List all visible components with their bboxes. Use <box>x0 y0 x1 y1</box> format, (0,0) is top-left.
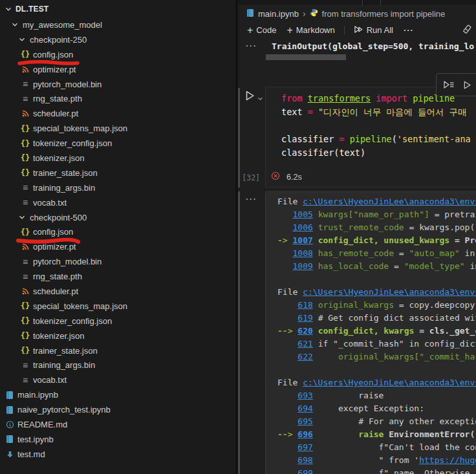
tree-file-row[interactable]: main.ipynb <box>0 387 235 402</box>
tree-file-row[interactable]: test.ipynb <box>0 432 235 447</box>
traceback-line-number[interactable]: 694 <box>298 404 312 413</box>
run-options-chevron-icon[interactable] <box>257 93 264 105</box>
traceback-line: 698 " from 'https://hugg <box>277 454 476 467</box>
tree-folder-row[interactable]: checkpoint-500 <box>0 210 235 225</box>
output-focus-bar[interactable] <box>238 191 240 474</box>
add-markdown-cell-button[interactable]: + Markdown <box>283 23 338 37</box>
cell-focus-bar[interactable] <box>238 88 240 188</box>
toolbar-more-button[interactable]: ··· <box>400 23 418 37</box>
tree-file-row[interactable]: {}special_tokens_map.json <box>0 121 235 136</box>
tree-item-label: tokenizer_config.json <box>33 138 112 148</box>
tree-item-label: special_tokens_map.json <box>33 124 127 133</box>
url-link[interactable]: https://hugg <box>419 455 476 465</box>
tree-file-row[interactable]: scheduler.pt <box>0 284 235 299</box>
tree-file-row[interactable]: ≡vocab.txt <box>0 372 235 387</box>
traceback-line: 1008 has_remote_code = "auto_map" in <box>277 247 476 260</box>
notebook-icon <box>4 435 16 444</box>
chevron-down-icon <box>9 20 21 29</box>
traceback-line-number[interactable]: 622 <box>298 352 312 361</box>
tree-item-label: rng_state.pth <box>33 272 82 281</box>
json-icon: {} <box>19 124 31 133</box>
traceback-line-number[interactable]: 1008 <box>292 248 312 258</box>
traceback-file-line: File c:\Users\HyeonJinLee\anaconda3\envs <box>277 376 476 389</box>
run-cell-button[interactable] <box>244 90 255 104</box>
tree-file-row[interactable]: ≡pytorch_model.bin <box>0 254 235 269</box>
tree-file-row[interactable]: optimizer.pt <box>0 62 235 77</box>
tree-file-row[interactable]: {}trainer_state.json <box>0 166 235 180</box>
tree-item-label: tokenizer.json <box>33 153 85 163</box>
traceback-line-number[interactable]: 695 <box>298 416 312 426</box>
tree-file-row[interactable]: {}special_tokens_map.json <box>0 299 235 314</box>
tree-file-row[interactable]: README.md <box>0 417 235 432</box>
tree-file-row[interactable]: ≡pytorch_model.bin <box>0 77 235 92</box>
traceback-file-line: File c:\Users\HyeonJinLee\anaconda3\envs <box>277 195 476 208</box>
tree-file-row[interactable]: ≡rng_state.pth <box>0 269 235 284</box>
tree-file-row[interactable]: naive_pytorch_test.ipynb <box>0 402 235 417</box>
python-icon <box>310 8 318 19</box>
code-cell[interactable]: from transformers import pipelinetext = … <box>265 87 476 188</box>
tree-file-row[interactable]: {}config.json <box>0 224 235 239</box>
traceback-line-number[interactable]: 618 <box>298 300 312 310</box>
clear-outputs-icon[interactable] <box>462 24 472 37</box>
doc-icon: ≡ <box>19 362 31 369</box>
traceback-line-number[interactable]: 1007 <box>292 235 312 245</box>
run-all-button[interactable]: Run All <box>350 23 397 38</box>
tree-file-row[interactable]: scheduler.pt <box>0 106 235 121</box>
tree-file-row[interactable]: {}tokenizer.json <box>0 329 235 343</box>
tree-root-label: DL.TEST <box>16 5 49 14</box>
tree-file-row[interactable]: {}tokenizer_config.json <box>0 314 235 329</box>
traceback-line-number[interactable]: 693 <box>298 391 312 400</box>
doc-icon: ≡ <box>19 259 31 265</box>
execute-cell-and-below-icon[interactable] <box>443 80 455 89</box>
tree-folder-row[interactable]: my_awesome_model <box>0 17 235 32</box>
tree-file-row[interactable]: {}tokenizer.json <box>0 151 235 166</box>
traceback-line-number[interactable]: 620 <box>298 326 312 336</box>
file-link[interactable]: c:\Users\HyeonJinLee\anaconda3\envs <box>303 378 476 387</box>
run-all-label: Run All <box>367 25 393 35</box>
traceback-block: File c:\Users\HyeonJinLee\anaconda3\envs… <box>277 286 476 363</box>
traceback-line: 697 f"Can't load the con <box>277 441 476 454</box>
tree-item-label: naive_pytorch_test.ipynb <box>17 405 111 415</box>
json-icon: {} <box>19 331 31 340</box>
horizontal-scrollbar[interactable] <box>266 54 346 60</box>
file-link[interactable]: c:\Users\HyeonJinLee\anaconda3\envs <box>303 287 476 297</box>
tree-item-label: test.md <box>17 449 45 459</box>
tree-file-row[interactable]: ≡training_args.bin <box>0 180 235 195</box>
file-link[interactable]: c:\Users\HyeonJinLee\anaconda3\envs <box>303 197 476 206</box>
traceback-line: 693 raise <box>277 389 476 402</box>
tree-file-row[interactable]: {}tokenizer_config.json <box>0 136 235 151</box>
tree-folder-row[interactable]: checkpoint-250 <box>0 32 235 47</box>
tree-root-dl-test[interactable]: DL.TEST <box>0 0 235 17</box>
traceback-line-number[interactable]: 698 <box>298 455 312 465</box>
execute-cell-icon[interactable] <box>462 80 472 90</box>
tree-file-row[interactable]: ≡training_args.bin <box>0 358 235 372</box>
breadcrumb-file[interactable]: main.ipynb <box>258 9 299 19</box>
traceback-line-number[interactable]: 621 <box>298 339 312 349</box>
cell-code-editor[interactable]: from transformers import pipelinetext = … <box>266 87 476 160</box>
traceback-line-number[interactable]: 1009 <box>292 261 312 271</box>
traceback-line: 694 except Exception: <box>277 402 476 415</box>
tree-file-row[interactable]: ≡vocab.txt <box>0 195 235 210</box>
tree-file-row[interactable]: test.md <box>0 447 235 462</box>
add-code-cell-button[interactable]: + Code <box>243 23 280 37</box>
traceback-line: 1005 kwargs["name_or_path"] = pretrai <box>277 208 476 221</box>
breadcrumb-cell-context[interactable]: from transformers import pipeline <box>322 9 446 19</box>
tree-file-row[interactable]: {}trainer_state.json <box>0 343 235 358</box>
tree-item-label: my_awesome_model <box>23 20 102 30</box>
tree-item-label: optimizer.pt <box>33 65 76 74</box>
tree-file-row[interactable]: ≡rng_state.pth <box>0 91 235 106</box>
traceback-line-number[interactable]: 699 <box>298 468 312 474</box>
notebook-icon <box>4 405 16 415</box>
traceback-line-number[interactable]: 1005 <box>292 210 312 219</box>
traceback-line-number[interactable]: 697 <box>298 442 312 452</box>
traceback-line-number[interactable]: 619 <box>298 313 312 323</box>
vscode-window: DL.TEST my_awesome_modelcheckpoint-250{}… <box>0 0 476 474</box>
tree-file-row[interactable]: {}config.json <box>0 47 235 62</box>
chevron-down-icon <box>16 213 28 222</box>
traceback-line-number[interactable]: 1006 <box>292 222 312 232</box>
tree-file-row[interactable]: optimizer.pt <box>0 239 235 254</box>
output-options-button[interactable]: ··· <box>246 194 257 204</box>
output-options-button[interactable]: ··· <box>246 41 257 50</box>
execution-status: 6.2s <box>271 171 302 182</box>
traceback-line-number[interactable]: 696 <box>298 429 312 439</box>
